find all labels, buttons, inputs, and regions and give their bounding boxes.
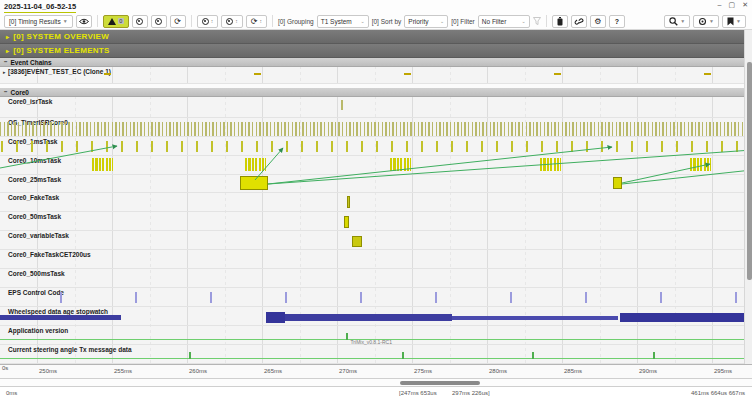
expand-rows-button[interactable]: ↕ bbox=[197, 15, 219, 28]
execution-block[interactable] bbox=[613, 177, 622, 189]
activation-tick[interactable] bbox=[286, 141, 289, 152]
activation-tick[interactable] bbox=[301, 141, 304, 152]
timeline-row-core0-50mstask[interactable]: Core0_50msTask bbox=[0, 212, 744, 231]
section-header-0-system-elements[interactable]: ▸[0] SYSTEM ELEMENTS bbox=[0, 44, 744, 58]
activation-tick[interactable] bbox=[571, 141, 574, 152]
vertical-scrollbar-thumb[interactable] bbox=[747, 62, 752, 280]
activation-tick[interactable] bbox=[135, 292, 137, 303]
activation-tick[interactable] bbox=[361, 141, 364, 152]
activation-tick[interactable] bbox=[631, 141, 634, 152]
activation-tick[interactable] bbox=[691, 141, 694, 152]
timeline-row-current-steering-angle-tx-message-data[interactable]: Current steering angle Tx message data bbox=[0, 345, 744, 364]
activation-tick[interactable] bbox=[435, 292, 437, 303]
activation-tick[interactable] bbox=[196, 141, 199, 152]
activation-tick[interactable] bbox=[16, 141, 19, 152]
activation-tick[interactable] bbox=[76, 141, 79, 152]
event-instance-marker[interactable] bbox=[554, 73, 561, 75]
timeline-row-core0-faketask[interactable]: Core0_FakeTask bbox=[0, 193, 744, 212]
event-instance-marker[interactable] bbox=[704, 73, 711, 75]
activation-tick[interactable] bbox=[285, 292, 287, 303]
activation-tick[interactable] bbox=[316, 141, 319, 152]
timeline-row-core0-1mstask[interactable]: Core0_1msTask bbox=[0, 137, 744, 156]
activation-tick[interactable] bbox=[421, 141, 424, 152]
collapse-icon[interactable]: − bbox=[4, 89, 8, 95]
event-view-button[interactable]: ⟳ bbox=[170, 15, 186, 28]
timeline-row-os-timerisrcore0[interactable]: OS_TimerISRCore0 bbox=[0, 118, 744, 137]
stopwatch-segment[interactable] bbox=[0, 315, 121, 320]
execution-burst[interactable] bbox=[390, 158, 411, 171]
collapse-icon[interactable]: − bbox=[4, 59, 8, 65]
timeline-row-core0-25mstask[interactable]: Core0_25msTask bbox=[0, 175, 744, 193]
activation-tick[interactable] bbox=[61, 141, 64, 152]
close-icon[interactable]: ✕ bbox=[742, 1, 748, 9]
activation-tick[interactable] bbox=[256, 141, 259, 152]
activation-tick[interactable] bbox=[541, 141, 544, 152]
timeline-row-core0-variabletask[interactable]: Core0_variableTask bbox=[0, 231, 744, 250]
timeline-row-wheelspeed-data-age-stopwatch[interactable]: Wheelspeed data age stopwatch bbox=[0, 307, 744, 326]
timeline-row-core0-faketaskcet200us[interactable]: Core0_FakeTaskCET200us bbox=[0, 250, 744, 269]
activation-tick[interactable] bbox=[510, 292, 512, 303]
bookmark-button[interactable]: ▼ bbox=[722, 15, 746, 28]
activation-tick[interactable] bbox=[391, 141, 394, 152]
activation-tick[interactable] bbox=[346, 333, 348, 340]
activation-tick[interactable] bbox=[706, 141, 709, 152]
task-state-view-button[interactable] bbox=[132, 15, 148, 28]
activation-tick[interactable] bbox=[585, 292, 587, 303]
event-instance-marker[interactable] bbox=[404, 73, 411, 75]
sort-by-select[interactable]: Priority ⌄ bbox=[404, 15, 448, 28]
collapse-rows-button[interactable]: ↕ bbox=[221, 15, 243, 28]
activation-tick[interactable] bbox=[341, 100, 343, 110]
stopwatch-segment[interactable] bbox=[452, 316, 618, 320]
activation-tick[interactable] bbox=[151, 141, 154, 152]
grouping-select[interactable]: T1 System ⌄ bbox=[317, 15, 369, 28]
activation-tick[interactable] bbox=[360, 292, 362, 303]
activation-tick[interactable] bbox=[91, 141, 94, 152]
reload-button[interactable]: ⟳↕ bbox=[246, 15, 267, 28]
activation-tick[interactable] bbox=[586, 141, 589, 152]
activation-tick[interactable] bbox=[271, 141, 274, 152]
execution-burst[interactable] bbox=[690, 158, 711, 171]
activation-tick[interactable] bbox=[376, 141, 379, 152]
event-instance-marker[interactable] bbox=[104, 73, 111, 75]
timeline-row-core0-10mstask[interactable]: Core0_10msTask bbox=[0, 156, 744, 175]
search-button[interactable]: ▼ bbox=[664, 15, 690, 28]
timing-results-button[interactable]: [0] Timing Results ▼ bbox=[4, 15, 73, 28]
expand-arrow-icon[interactable]: ▸ bbox=[6, 33, 9, 40]
activation-tick[interactable] bbox=[226, 141, 229, 152]
expand-arrow-icon[interactable]: ▸ bbox=[3, 69, 6, 75]
activation-tick[interactable] bbox=[181, 141, 184, 152]
link-button[interactable] bbox=[571, 15, 587, 28]
activation-tick[interactable] bbox=[210, 292, 212, 303]
battery-button[interactable] bbox=[552, 15, 568, 28]
activation-tick[interactable] bbox=[721, 141, 724, 152]
timeline-row-3836-event-test-ec-clone-1[interactable]: ▸[3836]EVENT_TEST_EC (Clone 1) bbox=[0, 67, 744, 84]
activation-tick[interactable] bbox=[241, 141, 244, 152]
timeline-row-core0-500mstask[interactable]: Core0_500msTask bbox=[0, 269, 744, 288]
activation-tick[interactable] bbox=[406, 141, 409, 152]
activation-tick[interactable] bbox=[676, 141, 679, 152]
horizontal-scrollbar-thumb[interactable] bbox=[400, 381, 480, 385]
event-instance-marker[interactable] bbox=[254, 73, 261, 75]
activation-tick[interactable] bbox=[556, 141, 559, 152]
target-button[interactable]: ▼ bbox=[693, 15, 719, 28]
activation-tick[interactable] bbox=[646, 141, 649, 152]
activation-tick[interactable] bbox=[136, 141, 139, 152]
activation-tick[interactable] bbox=[451, 141, 454, 152]
activation-tick[interactable] bbox=[601, 141, 604, 152]
execution-block[interactable] bbox=[344, 216, 349, 228]
execution-burst[interactable] bbox=[540, 158, 561, 171]
vertical-scrollbar[interactable] bbox=[744, 30, 752, 364]
stopwatch-segment[interactable] bbox=[620, 313, 746, 322]
expand-arrow-icon[interactable]: ▸ bbox=[6, 47, 9, 54]
section-header-0-system-overview[interactable]: ▸[0] SYSTEM OVERVIEW bbox=[0, 30, 744, 44]
help-button[interactable]: ? bbox=[609, 15, 625, 28]
timeline-row-core0-isrtask[interactable]: Core0_isrTask bbox=[0, 97, 744, 118]
activation-tick[interactable] bbox=[661, 141, 664, 152]
execution-block[interactable] bbox=[352, 236, 362, 247]
activation-tick[interactable] bbox=[736, 141, 739, 152]
execution-block[interactable] bbox=[240, 176, 268, 190]
activation-tick[interactable] bbox=[653, 352, 655, 359]
execution-block[interactable] bbox=[347, 196, 350, 208]
maximize-icon[interactable]: ▢ bbox=[729, 1, 736, 9]
settings-button[interactable]: ⚙ bbox=[590, 15, 606, 28]
